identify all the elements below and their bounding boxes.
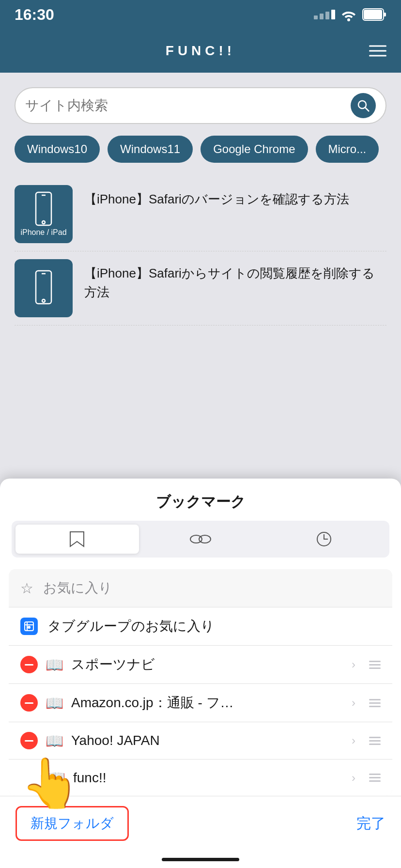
article-thumb-label-1: iPhone / iPad xyxy=(20,228,66,237)
bookmark-label-3: func!! xyxy=(73,770,344,786)
new-folder-button[interactable]: 新規フォルダ xyxy=(15,806,129,841)
bookmark-row-2[interactable]: 📖 Yahoo! JAPAN › xyxy=(9,722,392,759)
tag-micro[interactable]: Micro... xyxy=(316,136,379,163)
done-button[interactable]: 完了 xyxy=(356,814,386,834)
tag-windows10[interactable]: Windows10 xyxy=(15,136,100,163)
tab-group-icon xyxy=(20,618,38,635)
article-title-2: 【iPhone】Safariからサイトの閲覧履歴を削除する方法 xyxy=(84,259,386,302)
tab-bookmarks[interactable] xyxy=(15,525,139,554)
book-icon-0: 📖 xyxy=(46,656,63,673)
tag-pills: Windows10 Windows11 Google Chrome Micro.… xyxy=(15,136,386,163)
drag-handle-2 xyxy=(369,737,381,745)
tag-windows11[interactable]: Windows11 xyxy=(108,136,193,163)
tab-history[interactable] xyxy=(262,525,386,554)
star-icon: ☆ xyxy=(20,580,33,597)
search-button[interactable] xyxy=(351,93,376,118)
remove-btn-0[interactable] xyxy=(20,656,38,673)
remove-btn-1[interactable] xyxy=(20,694,38,712)
svg-rect-1 xyxy=(364,10,382,19)
svg-point-10 xyxy=(42,299,45,302)
chevron-icon-2: › xyxy=(352,734,355,747)
svg-point-3 xyxy=(358,101,366,108)
tab-reading[interactable] xyxy=(139,525,262,554)
sheet-bottom: 👆 新規フォルダ 完了 xyxy=(0,796,401,851)
tab-group-label: タブグループのお気に入り xyxy=(47,617,215,636)
status-icons xyxy=(314,8,386,21)
wifi-icon xyxy=(340,8,357,21)
drag-handle-3 xyxy=(369,774,381,782)
bookmark-label-2: Yahoo! JAPAN xyxy=(71,733,344,748)
header: FUNC!! xyxy=(0,29,401,73)
sheet-tabs xyxy=(12,521,389,558)
website-content: Windows10 Windows11 Google Chrome Micro.… xyxy=(0,73,401,335)
bookmark-label-1: Amazon.co.jp：通販 - フ… xyxy=(71,694,344,712)
bookmarks-header-label: お気に入り xyxy=(43,579,112,597)
svg-point-7 xyxy=(42,221,45,224)
chevron-icon-1: › xyxy=(352,696,355,710)
header-title: FUNC!! xyxy=(166,43,235,59)
svg-point-15 xyxy=(28,626,30,628)
svg-line-4 xyxy=(365,108,369,111)
bookmark-label-0: スポーツナビ xyxy=(71,655,344,674)
bookmark-row-0[interactable]: 📖 スポーツナビ › xyxy=(9,645,392,683)
menu-button[interactable] xyxy=(369,46,386,57)
article-thumb-1: iPhone / iPad xyxy=(15,185,73,243)
svg-point-12 xyxy=(199,535,211,543)
book-icon-3: 📖 xyxy=(47,769,65,786)
sheet-title: ブックマーク xyxy=(0,479,401,521)
signal-icon xyxy=(314,10,335,19)
bookmark-list: ☆ お気に入り タブグループのお気に入り 📖 スポーツナビ › xyxy=(9,569,392,796)
tab-group-row[interactable]: タブグループのお気に入り xyxy=(9,607,392,645)
article-item-2[interactable]: 【iPhone】Safariからサイトの閲覧履歴を削除する方法 xyxy=(15,251,386,326)
battery-icon xyxy=(362,8,386,21)
chevron-icon-0: › xyxy=(352,658,355,671)
tag-googlechrome[interactable]: Google Chrome xyxy=(200,136,308,163)
article-title-1: 【iPhone】Safariのバージョンを確認する方法 xyxy=(84,185,386,209)
bookmark-row-3[interactable]: 📖 func!! › xyxy=(9,759,392,796)
bookmarks-header-row: ☆ お気に入り xyxy=(9,569,392,607)
remove-btn-2[interactable] xyxy=(20,732,38,749)
status-time: 16:30 xyxy=(15,6,54,24)
article-thumb-2 xyxy=(15,259,73,317)
chevron-icon-3: › xyxy=(352,771,355,785)
drag-handle-1 xyxy=(369,699,381,707)
svg-rect-2 xyxy=(384,13,386,16)
home-bar xyxy=(162,858,239,861)
book-icon-2: 📖 xyxy=(46,732,63,749)
book-icon-1: 📖 xyxy=(46,695,63,712)
bookmark-row-1[interactable]: 📖 Amazon.co.jp：通販 - フ… › xyxy=(9,683,392,722)
status-bar: 16:30 xyxy=(0,0,401,29)
search-input[interactable] xyxy=(25,98,351,113)
home-indicator xyxy=(0,851,401,868)
article-item-1[interactable]: iPhone / iPad 【iPhone】Safariのバージョンを確認する方… xyxy=(15,177,386,251)
drag-handle-0 xyxy=(369,661,381,669)
bottom-sheet: ブックマーク ☆ お気に入り xyxy=(0,479,401,868)
search-bar[interactable] xyxy=(15,87,386,124)
